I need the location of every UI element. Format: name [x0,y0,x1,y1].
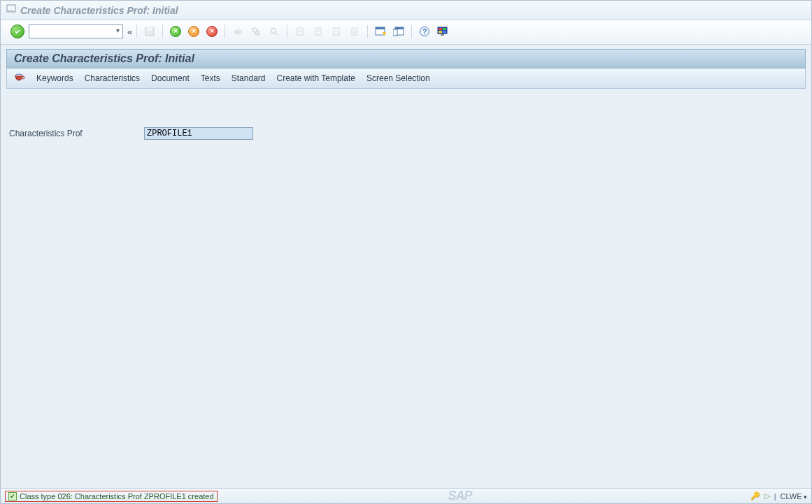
keywords-button[interactable]: Keywords [36,73,73,83]
status-separator: | [774,492,776,501]
status-right: 🔑 ▷ | CLWE [750,491,807,501]
separator [136,25,137,38]
exit-icon[interactable] [187,24,201,38]
status-text: Class type 026: Characteristics Prof ZPR… [20,492,214,501]
local-layout-icon[interactable] [436,24,450,38]
separator [367,25,368,38]
window-title: Create Characteristics Prof: Initial [20,5,178,16]
application-toolbar: Keywords Characteristics Document Texts … [6,69,806,89]
window-titlebar: Create Characteristics Prof: Initial [1,1,811,20]
document-button[interactable]: Document [151,73,190,83]
create-with-template-button[interactable]: Create with Template [276,73,355,83]
shortcut-icon[interactable] [392,24,406,38]
save-icon [143,24,157,38]
screen-title: Create Characteristics Prof: Initial [6,49,806,69]
standard-button[interactable]: Standard [232,73,266,83]
find-icon [249,24,263,38]
characteristics-prof-label: Characteristics Prof [9,129,138,138]
print-icon [231,24,245,38]
first-page-icon [293,24,307,38]
next-page-icon [329,24,343,38]
svg-rect-21 [439,28,442,30]
command-field[interactable] [29,24,123,38]
characteristics-prof-row: Characteristics Prof [9,127,803,140]
arrow-icon[interactable]: ▷ [764,491,770,501]
sap-logo: SAP [448,489,472,503]
svg-rect-11 [315,28,321,35]
success-check-icon: ✔ [8,492,17,501]
cup-icon[interactable] [14,73,25,84]
svg-rect-15 [376,27,385,29]
texts-button[interactable]: Texts [201,73,220,83]
system-indicator[interactable]: CLWE [781,492,807,501]
content-area: Characteristics Prof [1,89,811,148]
svg-rect-0 [7,5,15,12]
last-page-icon [348,24,362,38]
svg-rect-10 [297,28,303,35]
svg-rect-19 [393,29,397,36]
collapse-icon[interactable]: « [127,27,131,37]
prev-page-icon [311,24,325,38]
svg-rect-24 [443,31,446,33]
svg-rect-4 [236,28,240,31]
status-message[interactable]: ✔ Class type 026: Characteristics Prof Z… [5,491,218,502]
menu-icon[interactable] [6,4,16,16]
separator [287,25,287,38]
characteristics-button[interactable]: Characteristics [85,73,140,83]
svg-line-9 [276,33,278,35]
enter-button[interactable] [10,24,24,38]
separator [411,25,412,38]
new-session-icon[interactable] [373,24,387,38]
screen-selection-button[interactable]: Screen Selection [366,73,430,83]
svg-point-8 [271,29,276,34]
svg-rect-23 [439,31,442,33]
help-icon[interactable]: ? [418,24,432,38]
characteristics-prof-input[interactable] [144,127,253,140]
cancel-icon[interactable] [205,24,219,38]
svg-rect-25 [441,34,444,36]
statusbar: ✔ Class type 026: Characteristics Prof Z… [1,488,811,503]
separator [162,25,163,38]
svg-rect-12 [334,28,339,35]
svg-rect-2 [147,27,152,31]
svg-rect-22 [443,28,446,30]
system-toolbar: « ? [1,20,811,45]
key-icon[interactable]: 🔑 [750,491,760,501]
back-icon[interactable] [169,24,183,38]
svg-line-6 [257,32,259,34]
find-next-icon [267,24,281,38]
separator [225,25,225,38]
